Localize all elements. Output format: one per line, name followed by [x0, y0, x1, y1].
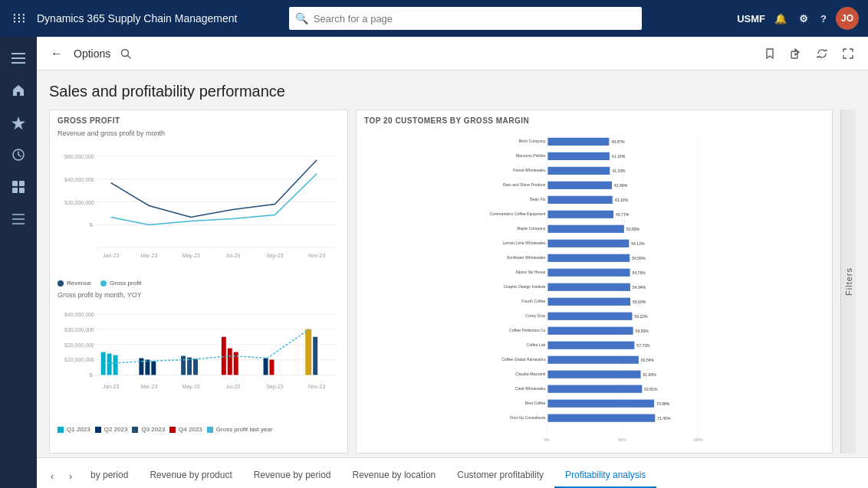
top20-chart-area: 0% 50% 100% Birch Company40.87%Mansons P… [357, 128, 832, 447]
top-navigation: ⁝⁝⁝ Dynamics 365 Supply Chain Management… [0, 0, 868, 37]
svg-rect-122 [547, 414, 655, 422]
legend-q2: Q2 2023 [95, 426, 128, 433]
svg-rect-50 [305, 329, 311, 375]
svg-text:Sep-23: Sep-23 [266, 253, 284, 259]
page-title: Sales and profitability performance [49, 83, 856, 100]
svg-text:$30,000,000: $30,000,000 [64, 327, 94, 332]
svg-text:$20,000,000: $20,000,000 [64, 342, 94, 348]
toolbar-share-icon[interactable] [785, 43, 807, 64]
svg-text:Best Coffee: Best Coffee [525, 401, 546, 405]
tab-revenue-by-period[interactable]: Revenue by period [243, 463, 342, 488]
help-icon[interactable]: ? [817, 10, 830, 28]
svg-rect-83 [547, 225, 623, 233]
svg-text:$-: $- [90, 222, 94, 228]
svg-text:First Up Consultants: First Up Consultants [510, 415, 546, 420]
sidebar-home[interactable] [3, 75, 34, 106]
svg-rect-51 [313, 337, 317, 375]
main-layout: ← Options Sales and [0, 37, 868, 488]
legend-last-year: Gross profit last year [207, 426, 273, 433]
svg-rect-44 [193, 359, 198, 375]
svg-rect-42 [181, 356, 186, 375]
sidebar-hamburger[interactable] [3, 43, 34, 74]
tab-customer-profitability[interactable]: Customer profitability [446, 463, 554, 488]
sidebar-favorites[interactable] [3, 107, 34, 138]
svg-text:Coffee Lab: Coffee Lab [527, 342, 546, 347]
tab-next-button[interactable]: › [61, 465, 80, 488]
svg-rect-104 [547, 327, 633, 335]
line-chart-1: $60,000,000 $40,000,000 $20,000,000 $- J… [50, 140, 347, 278]
svg-text:55.00%: 55.00% [633, 300, 646, 304]
svg-text:$40,000,000: $40,000,000 [64, 177, 94, 182]
app-title: Dynamics 365 Supply Chain Management [37, 12, 237, 25]
svg-text:Maple Company: Maple Company [517, 226, 546, 231]
svg-rect-38 [113, 355, 118, 375]
legend-revenue: Revenue [58, 280, 91, 287]
svg-rect-5 [19, 181, 25, 186]
svg-rect-10 [791, 51, 797, 58]
tab-prev-button[interactable]: ‹ [43, 465, 61, 488]
svg-text:54.12%: 54.12% [631, 241, 645, 246]
svg-text:Coffee Global Harvestors: Coffee Global Harvestors [501, 357, 546, 362]
page-content: Sales and profitability performance GROS… [37, 70, 868, 457]
tab-by-period[interactable]: by period [80, 463, 139, 488]
filters-label: Filters [844, 267, 853, 296]
svg-text:$10,000,000: $10,000,000 [64, 357, 94, 362]
sidebar-workspaces[interactable] [3, 172, 34, 202]
avatar[interactable]: JO [836, 7, 859, 30]
toolbar-right-actions [759, 43, 859, 64]
sidebar-recent[interactable] [3, 139, 34, 170]
tab-profitability-analysis[interactable]: Profitability analysis [554, 463, 656, 488]
tab-revenue-by-product[interactable]: Revenue by product [139, 463, 242, 488]
svg-text:$60,000,000: $60,000,000 [64, 154, 94, 159]
svg-text:61.90%: 61.90% [643, 372, 656, 377]
toolbar-search-icon[interactable] [117, 44, 135, 63]
toolbar-bookmark-icon[interactable] [759, 43, 781, 64]
svg-text:Graphic Design Institute: Graphic Design Institute [504, 284, 546, 289]
svg-rect-39 [139, 359, 143, 375]
toolbar-refresh-icon[interactable] [811, 43, 833, 64]
toolbar-expand-icon[interactable] [837, 43, 859, 64]
svg-text:60.54%: 60.54% [641, 358, 655, 362]
svg-rect-2 [12, 62, 25, 64]
svg-rect-6 [12, 188, 18, 193]
svg-text:70.88%: 70.88% [656, 401, 670, 406]
apps-icon[interactable]: ⁝⁝⁝ [9, 7, 29, 30]
search-input[interactable] [289, 7, 642, 30]
svg-text:56.22%: 56.22% [634, 314, 648, 319]
svg-text:50%: 50% [618, 437, 626, 442]
svg-rect-41 [151, 362, 156, 375]
svg-rect-101 [547, 313, 632, 320]
svg-text:50.83%: 50.83% [626, 227, 640, 231]
back-button[interactable]: ← [46, 43, 67, 64]
settings-icon[interactable]: ⚙ [796, 10, 811, 28]
svg-rect-7 [19, 188, 25, 193]
svg-text:Mar-23: Mar-23 [140, 384, 157, 389]
legend-q1: Q1 2023 [58, 426, 90, 433]
svg-text:Commanders Coffee Equipment: Commanders Coffee Equipment [490, 211, 546, 216]
svg-rect-86 [547, 240, 629, 247]
svg-text:Claudia Mazzanti: Claudia Mazzanti [515, 372, 545, 376]
tab-revenue-by-location[interactable]: Revenue by location [342, 463, 447, 488]
svg-rect-68 [547, 152, 610, 160]
svg-text:0%: 0% [544, 437, 550, 442]
svg-text:May-23: May-23 [182, 384, 199, 390]
svg-rect-95 [547, 283, 630, 291]
svg-rect-77 [547, 196, 612, 204]
filters-panel[interactable]: Filters [840, 110, 856, 454]
svg-text:May-23: May-23 [182, 253, 199, 259]
svg-text:Sep-23: Sep-23 [266, 384, 284, 390]
svg-text:40.87%: 40.87% [611, 139, 625, 144]
nav-right-section: USMF 🔔 ⚙ ? JO [737, 7, 859, 30]
svg-rect-49 [269, 360, 274, 375]
svg-text:41.16%: 41.16% [612, 154, 626, 159]
legend-q4: Q4 2023 [169, 426, 202, 433]
chart1-subtitle: Revenue and gross profit by month [50, 128, 347, 140]
svg-rect-74 [547, 182, 612, 189]
svg-rect-65 [547, 138, 609, 146]
svg-rect-45 [222, 337, 226, 375]
svg-text:100%: 100% [693, 437, 704, 442]
sidebar-modules[interactable] [3, 204, 34, 234]
svg-rect-98 [547, 298, 630, 306]
svg-text:Jan-23: Jan-23 [103, 253, 119, 258]
bell-icon[interactable]: 🔔 [771, 10, 790, 28]
